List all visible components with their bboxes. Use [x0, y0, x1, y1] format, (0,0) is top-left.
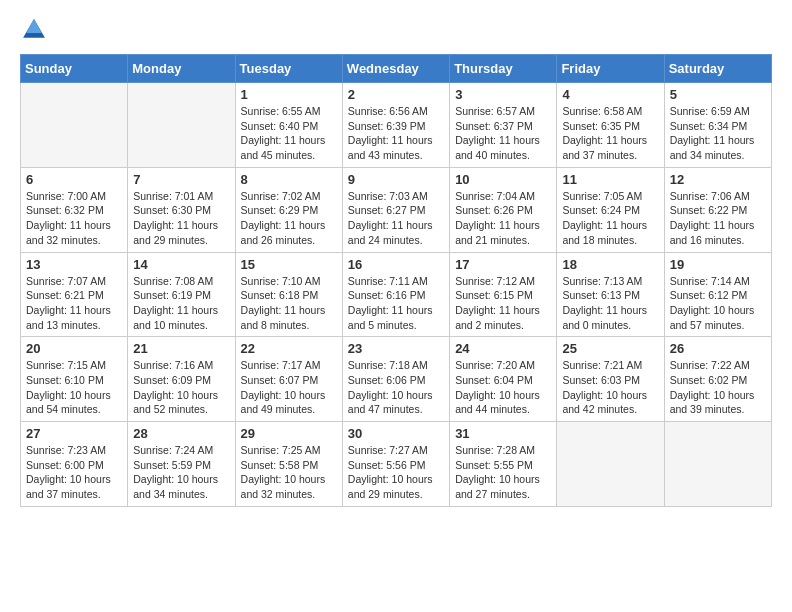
- calendar-cell: 4Sunrise: 6:58 AM Sunset: 6:35 PM Daylig…: [557, 83, 664, 168]
- day-number: 6: [26, 172, 122, 187]
- calendar-cell: 21Sunrise: 7:16 AM Sunset: 6:09 PM Dayli…: [128, 337, 235, 422]
- header: [20, 16, 772, 44]
- calendar-cell: 30Sunrise: 7:27 AM Sunset: 5:56 PM Dayli…: [342, 422, 449, 507]
- week-row-3: 13Sunrise: 7:07 AM Sunset: 6:21 PM Dayli…: [21, 252, 772, 337]
- day-info: Sunrise: 7:05 AM Sunset: 6:24 PM Dayligh…: [562, 189, 658, 248]
- page: SundayMondayTuesdayWednesdayThursdayFrid…: [0, 0, 792, 527]
- calendar-cell: 14Sunrise: 7:08 AM Sunset: 6:19 PM Dayli…: [128, 252, 235, 337]
- week-row-5: 27Sunrise: 7:23 AM Sunset: 6:00 PM Dayli…: [21, 422, 772, 507]
- calendar-cell: 29Sunrise: 7:25 AM Sunset: 5:58 PM Dayli…: [235, 422, 342, 507]
- day-number: 12: [670, 172, 766, 187]
- day-info: Sunrise: 7:21 AM Sunset: 6:03 PM Dayligh…: [562, 358, 658, 417]
- day-info: Sunrise: 7:27 AM Sunset: 5:56 PM Dayligh…: [348, 443, 444, 502]
- day-number: 24: [455, 341, 551, 356]
- day-number: 26: [670, 341, 766, 356]
- day-info: Sunrise: 7:18 AM Sunset: 6:06 PM Dayligh…: [348, 358, 444, 417]
- day-info: Sunrise: 7:15 AM Sunset: 6:10 PM Dayligh…: [26, 358, 122, 417]
- calendar-cell: 28Sunrise: 7:24 AM Sunset: 5:59 PM Dayli…: [128, 422, 235, 507]
- day-number: 5: [670, 87, 766, 102]
- day-info: Sunrise: 6:56 AM Sunset: 6:39 PM Dayligh…: [348, 104, 444, 163]
- day-number: 20: [26, 341, 122, 356]
- day-info: Sunrise: 6:59 AM Sunset: 6:34 PM Dayligh…: [670, 104, 766, 163]
- day-number: 4: [562, 87, 658, 102]
- day-info: Sunrise: 7:00 AM Sunset: 6:32 PM Dayligh…: [26, 189, 122, 248]
- day-info: Sunrise: 7:07 AM Sunset: 6:21 PM Dayligh…: [26, 274, 122, 333]
- day-header-monday: Monday: [128, 55, 235, 83]
- day-info: Sunrise: 7:06 AM Sunset: 6:22 PM Dayligh…: [670, 189, 766, 248]
- day-number: 31: [455, 426, 551, 441]
- header-row: SundayMondayTuesdayWednesdayThursdayFrid…: [21, 55, 772, 83]
- week-row-4: 20Sunrise: 7:15 AM Sunset: 6:10 PM Dayli…: [21, 337, 772, 422]
- calendar-cell: 25Sunrise: 7:21 AM Sunset: 6:03 PM Dayli…: [557, 337, 664, 422]
- day-info: Sunrise: 7:10 AM Sunset: 6:18 PM Dayligh…: [241, 274, 337, 333]
- day-info: Sunrise: 7:20 AM Sunset: 6:04 PM Dayligh…: [455, 358, 551, 417]
- day-header-friday: Friday: [557, 55, 664, 83]
- day-info: Sunrise: 6:58 AM Sunset: 6:35 PM Dayligh…: [562, 104, 658, 163]
- calendar-cell: 27Sunrise: 7:23 AM Sunset: 6:00 PM Dayli…: [21, 422, 128, 507]
- day-info: Sunrise: 6:57 AM Sunset: 6:37 PM Dayligh…: [455, 104, 551, 163]
- day-number: 14: [133, 257, 229, 272]
- calendar-cell: 15Sunrise: 7:10 AM Sunset: 6:18 PM Dayli…: [235, 252, 342, 337]
- day-number: 21: [133, 341, 229, 356]
- calendar-cell: 18Sunrise: 7:13 AM Sunset: 6:13 PM Dayli…: [557, 252, 664, 337]
- day-number: 10: [455, 172, 551, 187]
- svg-marker-1: [26, 19, 42, 33]
- day-info: Sunrise: 7:23 AM Sunset: 6:00 PM Dayligh…: [26, 443, 122, 502]
- day-info: Sunrise: 7:14 AM Sunset: 6:12 PM Dayligh…: [670, 274, 766, 333]
- day-number: 22: [241, 341, 337, 356]
- day-header-tuesday: Tuesday: [235, 55, 342, 83]
- calendar-cell: 2Sunrise: 6:56 AM Sunset: 6:39 PM Daylig…: [342, 83, 449, 168]
- calendar-cell: 3Sunrise: 6:57 AM Sunset: 6:37 PM Daylig…: [450, 83, 557, 168]
- day-info: Sunrise: 7:11 AM Sunset: 6:16 PM Dayligh…: [348, 274, 444, 333]
- day-number: 15: [241, 257, 337, 272]
- day-number: 17: [455, 257, 551, 272]
- day-info: Sunrise: 7:25 AM Sunset: 5:58 PM Dayligh…: [241, 443, 337, 502]
- day-number: 8: [241, 172, 337, 187]
- day-info: Sunrise: 7:16 AM Sunset: 6:09 PM Dayligh…: [133, 358, 229, 417]
- day-number: 7: [133, 172, 229, 187]
- calendar-cell: 16Sunrise: 7:11 AM Sunset: 6:16 PM Dayli…: [342, 252, 449, 337]
- day-number: 2: [348, 87, 444, 102]
- day-number: 25: [562, 341, 658, 356]
- day-header-saturday: Saturday: [664, 55, 771, 83]
- day-info: Sunrise: 7:24 AM Sunset: 5:59 PM Dayligh…: [133, 443, 229, 502]
- calendar-cell: 23Sunrise: 7:18 AM Sunset: 6:06 PM Dayli…: [342, 337, 449, 422]
- day-number: 27: [26, 426, 122, 441]
- day-info: Sunrise: 7:08 AM Sunset: 6:19 PM Dayligh…: [133, 274, 229, 333]
- day-info: Sunrise: 7:04 AM Sunset: 6:26 PM Dayligh…: [455, 189, 551, 248]
- day-number: 9: [348, 172, 444, 187]
- calendar-cell: 26Sunrise: 7:22 AM Sunset: 6:02 PM Dayli…: [664, 337, 771, 422]
- day-number: 23: [348, 341, 444, 356]
- calendar-cell: [21, 83, 128, 168]
- logo: [20, 16, 52, 44]
- logo-icon: [20, 16, 48, 44]
- day-number: 30: [348, 426, 444, 441]
- calendar-cell: 24Sunrise: 7:20 AM Sunset: 6:04 PM Dayli…: [450, 337, 557, 422]
- day-info: Sunrise: 7:17 AM Sunset: 6:07 PM Dayligh…: [241, 358, 337, 417]
- day-number: 18: [562, 257, 658, 272]
- day-info: Sunrise: 7:22 AM Sunset: 6:02 PM Dayligh…: [670, 358, 766, 417]
- calendar-cell: 5Sunrise: 6:59 AM Sunset: 6:34 PM Daylig…: [664, 83, 771, 168]
- day-info: Sunrise: 7:12 AM Sunset: 6:15 PM Dayligh…: [455, 274, 551, 333]
- day-header-sunday: Sunday: [21, 55, 128, 83]
- day-number: 19: [670, 257, 766, 272]
- calendar-cell: 7Sunrise: 7:01 AM Sunset: 6:30 PM Daylig…: [128, 167, 235, 252]
- calendar-cell: 13Sunrise: 7:07 AM Sunset: 6:21 PM Dayli…: [21, 252, 128, 337]
- calendar-cell: 12Sunrise: 7:06 AM Sunset: 6:22 PM Dayli…: [664, 167, 771, 252]
- calendar-cell: 1Sunrise: 6:55 AM Sunset: 6:40 PM Daylig…: [235, 83, 342, 168]
- day-info: Sunrise: 6:55 AM Sunset: 6:40 PM Dayligh…: [241, 104, 337, 163]
- day-number: 11: [562, 172, 658, 187]
- calendar-cell: 10Sunrise: 7:04 AM Sunset: 6:26 PM Dayli…: [450, 167, 557, 252]
- day-info: Sunrise: 7:13 AM Sunset: 6:13 PM Dayligh…: [562, 274, 658, 333]
- day-number: 28: [133, 426, 229, 441]
- calendar-cell: 9Sunrise: 7:03 AM Sunset: 6:27 PM Daylig…: [342, 167, 449, 252]
- day-number: 16: [348, 257, 444, 272]
- calendar-cell: 8Sunrise: 7:02 AM Sunset: 6:29 PM Daylig…: [235, 167, 342, 252]
- day-number: 29: [241, 426, 337, 441]
- day-number: 3: [455, 87, 551, 102]
- day-info: Sunrise: 7:01 AM Sunset: 6:30 PM Dayligh…: [133, 189, 229, 248]
- day-info: Sunrise: 7:28 AM Sunset: 5:55 PM Dayligh…: [455, 443, 551, 502]
- calendar-table: SundayMondayTuesdayWednesdayThursdayFrid…: [20, 54, 772, 507]
- day-number: 1: [241, 87, 337, 102]
- calendar-cell: 17Sunrise: 7:12 AM Sunset: 6:15 PM Dayli…: [450, 252, 557, 337]
